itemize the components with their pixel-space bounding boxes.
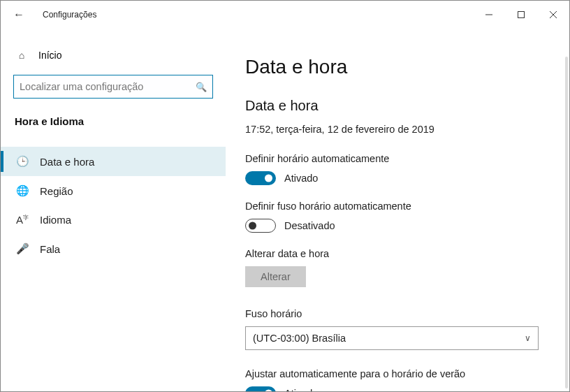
scrollbar[interactable]	[565, 57, 568, 389]
dst-state: Ativado	[284, 388, 318, 391]
dst-toggle[interactable]	[245, 386, 276, 391]
home-icon: ⌂	[16, 50, 27, 61]
maximize-icon	[518, 11, 525, 18]
sidebar-item-fala[interactable]: 🎤 Fala	[1, 234, 226, 263]
microphone-icon: 🎤	[16, 242, 29, 255]
search-box[interactable]: 🔍	[13, 75, 213, 99]
language-icon: A字	[16, 214, 29, 226]
sidebar-item-label: Idioma	[40, 214, 71, 226]
sidebar-home-label: Início	[38, 50, 61, 61]
close-button[interactable]	[537, 3, 569, 26]
auto-tz-setting: Definir fuso horário automaticamente Des…	[245, 201, 550, 233]
minimize-button[interactable]	[473, 3, 505, 26]
auto-time-state: Ativado	[284, 173, 318, 184]
window-title: Configurações	[43, 10, 96, 20]
timezone-select[interactable]: (UTC-03:00) Brasília ∨	[245, 326, 539, 350]
dst-toggle-row: Ativado	[245, 386, 550, 391]
globe-icon: 🌐	[16, 184, 29, 197]
body: ⌂ Início 🔍 Hora e Idioma 🕒 Data e hora 🌐…	[1, 29, 569, 391]
sidebar-group-title: Hora e Idioma	[1, 111, 226, 137]
auto-tz-state: Desativado	[284, 220, 335, 231]
sidebar: ⌂ Início 🔍 Hora e Idioma 🕒 Data e hora 🌐…	[1, 29, 226, 391]
close-icon	[550, 11, 557, 18]
window-controls	[473, 3, 569, 26]
timezone-label: Fuso horário	[245, 308, 550, 319]
auto-time-toggle[interactable]	[245, 171, 276, 185]
sidebar-home[interactable]: ⌂ Início	[1, 43, 226, 68]
back-button[interactable]: ←	[9, 6, 29, 24]
sidebar-item-regiao[interactable]: 🌐 Região	[1, 176, 226, 205]
dst-setting: Ajustar automaticamente para o horário d…	[245, 368, 550, 391]
chevron-down-icon: ∨	[525, 333, 531, 343]
auto-time-toggle-row: Ativado	[245, 171, 550, 185]
sidebar-item-label: Região	[40, 185, 73, 197]
clock-calendar-icon: 🕒	[16, 155, 29, 168]
titlebar-left: ← Configurações	[9, 6, 96, 24]
change-datetime-setting: Alterar data e hora Alterar	[245, 248, 550, 287]
current-datetime: 17:52, terça-feira, 12 de fevereiro de 2…	[245, 124, 550, 135]
titlebar: ← Configurações	[1, 1, 569, 29]
timezone-value: (UTC-03:00) Brasília	[253, 333, 346, 344]
auto-tz-toggle[interactable]	[245, 219, 276, 233]
auto-tz-toggle-row: Desativado	[245, 219, 550, 233]
sidebar-item-label: Fala	[40, 243, 60, 255]
sidebar-item-idioma[interactable]: A字 Idioma	[1, 205, 226, 234]
change-button: Alterar	[245, 266, 306, 287]
change-datetime-label: Alterar data e hora	[245, 248, 550, 259]
auto-time-label: Definir horário automaticamente	[245, 153, 550, 164]
sidebar-item-data-e-hora[interactable]: 🕒 Data e hora	[1, 147, 226, 176]
timezone-setting: Fuso horário (UTC-03:00) Brasília ∨	[245, 308, 550, 350]
section-title: Data e hora	[245, 98, 550, 114]
search-wrap: 🔍	[1, 68, 226, 111]
sidebar-item-label: Data e hora	[40, 156, 94, 168]
settings-window: ← Configurações ⌂ Início �	[0, 0, 570, 392]
search-icon: 🔍	[196, 82, 207, 92]
svg-rect-1	[518, 12, 525, 18]
auto-tz-label: Definir fuso horário automaticamente	[245, 201, 550, 212]
search-input[interactable]	[20, 81, 196, 92]
page-title: Data e hora	[245, 56, 550, 78]
minimize-icon	[485, 11, 492, 18]
sidebar-nav: 🕒 Data e hora 🌐 Região A字 Idioma 🎤 Fala	[1, 147, 226, 263]
auto-time-setting: Definir horário automaticamente Ativado	[245, 153, 550, 185]
dst-label: Ajustar automaticamente para o horário d…	[245, 368, 550, 379]
maximize-button[interactable]	[505, 3, 537, 26]
content: Data e hora Data e hora 17:52, terça-fei…	[226, 29, 569, 391]
